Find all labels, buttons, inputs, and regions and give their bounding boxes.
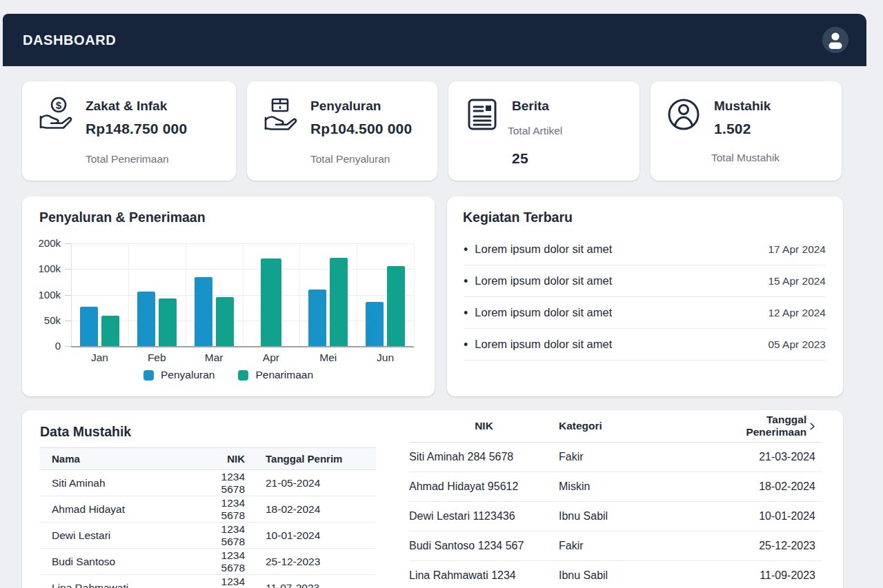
chart-legend: PenyaluranPenarimaan bbox=[22, 369, 435, 381]
column-header-tanggal-sort[interactable]: Tanggal Penerimaan bbox=[717, 414, 822, 438]
grid-line bbox=[71, 295, 414, 296]
cell-tanggal: 18-02-2024 bbox=[717, 480, 822, 493]
cell-nik: 1234 5678 bbox=[195, 523, 245, 548]
cell-kategori: Fakir bbox=[559, 451, 717, 463]
cell-tanggal: 21-05-2024 bbox=[266, 477, 369, 489]
table-row: Budi Santoso1234 567825-12-2023 bbox=[40, 549, 376, 575]
cell-nama-nik: Dewi Lestari 1123436 bbox=[409, 510, 559, 523]
user-circle-icon bbox=[666, 96, 703, 134]
activity-item: •Lorem ipsum dolor sit amet12 Apr 2024 bbox=[464, 297, 826, 329]
stat-value: 1.502 bbox=[714, 121, 751, 137]
activity-text: Lorem ipsum dolor sit amet bbox=[475, 338, 612, 351]
chart-bar bbox=[387, 266, 405, 346]
chart-panel: Penyaluran & Penerimaan PenyaluranPenari… bbox=[22, 196, 435, 396]
cell-nama: Budi Santoso bbox=[40, 556, 195, 568]
chart-bar bbox=[261, 258, 281, 346]
stat-title: Mustahik bbox=[714, 99, 771, 114]
newspaper-icon bbox=[464, 96, 501, 134]
grid-line bbox=[71, 346, 414, 347]
x-tick-label: Mar bbox=[192, 352, 236, 364]
cell-tanggal: 21-03-2024 bbox=[717, 451, 822, 463]
user-avatar-button[interactable] bbox=[822, 27, 849, 53]
cell-tanggal: 25-12-2023 bbox=[717, 540, 822, 552]
cell-nama: Ahmad Hidayat bbox=[40, 503, 195, 516]
zakat-hand-coin-icon: $ bbox=[37, 96, 75, 134]
stat-subtitle: Total Mustahik bbox=[711, 152, 780, 164]
user-avatar-icon bbox=[822, 27, 849, 53]
stat-card-penyaluran: Penyaluran Rp104.500 000 Total Penyalura… bbox=[247, 81, 437, 181]
column-header-tanggal-label: Tanggal Penerimaan bbox=[717, 414, 806, 438]
y-axis-tick bbox=[65, 295, 71, 296]
column-header-nik: NIK bbox=[195, 453, 245, 465]
table-row: Ahmad Hidayat 95612Miskin18-02-2024 bbox=[409, 472, 822, 502]
chart-title: Penyaluran & Penerimaan bbox=[39, 210, 206, 225]
cell-tanggal: 25-12-2023 bbox=[266, 556, 369, 568]
stat-value: Rp104.500 000 bbox=[310, 121, 412, 137]
column-header-nama: Nama bbox=[40, 453, 195, 465]
cell-tanggal: 11-07-2023 bbox=[266, 582, 369, 588]
activity-title: Kegiatan Terbaru bbox=[463, 210, 573, 225]
legend-label: Penarimaan bbox=[255, 369, 313, 381]
left-table-title: Data Mustahik bbox=[40, 424, 131, 440]
column-header-nik: NIK bbox=[409, 420, 559, 432]
stat-value: Rp148.750 000 bbox=[86, 121, 187, 137]
cell-tanggal: 10-01-2024 bbox=[266, 529, 369, 542]
cell-nama: Lina Rahmawati bbox=[40, 582, 195, 588]
chart-bar bbox=[308, 290, 326, 346]
grid-line bbox=[71, 321, 414, 321]
cell-tanggal: 18-02-2024 bbox=[266, 503, 369, 516]
penerimaan-table: NIK Kategori Tanggal Penerimaan Siti Ami… bbox=[409, 410, 822, 588]
cell-nama: Siti Aminah bbox=[40, 477, 195, 489]
y-axis-tick bbox=[65, 269, 71, 270]
chart-bar bbox=[101, 316, 119, 346]
bullet-icon: • bbox=[464, 307, 468, 319]
activity-text: Lorem ipsum dolor sit amet bbox=[475, 243, 612, 256]
grid-line bbox=[71, 269, 414, 270]
x-tick-label: Mei bbox=[306, 352, 350, 364]
chart-bar bbox=[366, 302, 384, 346]
bullet-icon: • bbox=[464, 338, 468, 351]
chart-bar bbox=[216, 297, 234, 346]
penerimaan-table-header: NIK Kategori Tanggal Penerimaan bbox=[409, 410, 822, 443]
legend-item: Penyaluran bbox=[143, 369, 215, 381]
y-axis-tick bbox=[65, 243, 71, 244]
table-row: Siti Aminah 284 5678Fakir21-03-2024 bbox=[409, 443, 822, 472]
table-row: Dewi Lestari1234 567810-01-2024 bbox=[40, 523, 376, 549]
cell-kategori: Fakir bbox=[559, 540, 717, 552]
chart-bar bbox=[195, 277, 212, 346]
grid-vline bbox=[414, 243, 415, 346]
stat-title: Penyaluran bbox=[310, 99, 381, 114]
activity-list: •Lorem ipsum dolor sit amet17 Apr 2024•L… bbox=[447, 234, 843, 361]
grid-line bbox=[71, 243, 414, 244]
table-row: Lina Rahmawati 1234Ibnu Sabil11-09-2023 bbox=[409, 561, 822, 588]
y-tick-label: 100k bbox=[30, 288, 61, 302]
x-tick-label: Jun bbox=[364, 352, 408, 364]
chevron-right-icon bbox=[810, 422, 815, 431]
stat-card-zakat: $ Zakat & Infak Rp148.750 000 Total Pene… bbox=[22, 81, 236, 181]
bullet-icon: • bbox=[464, 243, 468, 256]
table-row: Budi Santoso 1234 567Fakir25-12-2023 bbox=[409, 531, 822, 561]
activity-item: •Lorem ipsum dolor sit amet15 Apr 2024 bbox=[464, 265, 826, 297]
cell-nama: Dewi Lestari bbox=[40, 529, 195, 542]
mustahik-table: Nama NIK Tanggal Penrim Siti Aminah1234 … bbox=[40, 447, 376, 588]
chart-bar bbox=[80, 307, 98, 346]
activity-panel: Kegiatan Terbaru •Lorem ipsum dolor sit … bbox=[447, 196, 843, 396]
legend-swatch bbox=[238, 370, 248, 381]
cell-nama-nik: Budi Santoso 1234 567 bbox=[409, 540, 559, 552]
stat-card-mustahik: Mustahik 1.502 Total Mustahik bbox=[651, 81, 842, 181]
cell-tanggal: 10-01-2024 bbox=[717, 510, 822, 523]
y-tick-label: 200k bbox=[30, 236, 61, 250]
stat-subtitle: Total Artikel bbox=[508, 125, 562, 137]
chart-bar bbox=[137, 292, 155, 346]
y-tick-label: 0 bbox=[30, 339, 61, 353]
hand-box-icon bbox=[262, 96, 299, 134]
page-title: DASHBOARD bbox=[23, 32, 116, 48]
activity-date: 17 Apr 2024 bbox=[768, 243, 826, 256]
activity-date: 05 Apr 2023 bbox=[768, 338, 826, 351]
table-row: Dewi Lestari 1123436Ibnu Sabil10-01-2024 bbox=[409, 502, 822, 531]
legend-label: Penyaluran bbox=[161, 369, 215, 381]
x-tick-label: Apr bbox=[249, 352, 293, 364]
y-axis-tick bbox=[65, 321, 71, 321]
column-header-tanggal: Tanggal Penrim bbox=[266, 453, 369, 465]
data-mustahik-panel: Data Mustahik Nama NIK Tanggal Penrim Si… bbox=[22, 410, 843, 588]
